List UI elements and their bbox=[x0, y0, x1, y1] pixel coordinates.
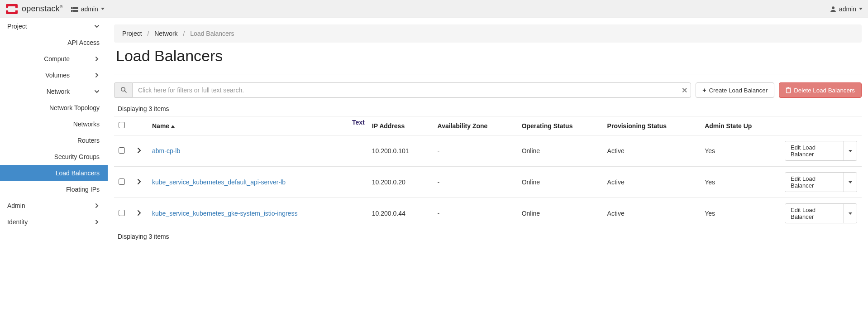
breadcrumb: Project / Network / Load Balancers bbox=[114, 24, 862, 43]
chevron-down-icon bbox=[93, 88, 100, 95]
lb-name-link[interactable]: kube_service_kubernetes_gke-system_istio… bbox=[152, 210, 297, 217]
header-actions bbox=[780, 116, 862, 135]
header-ip[interactable]: IP Address bbox=[367, 116, 433, 135]
cell-ip: 10.200.0.20 bbox=[367, 167, 433, 198]
header-expand bbox=[132, 116, 148, 135]
sidebar-admin[interactable]: Admin bbox=[0, 198, 108, 214]
svg-rect-12 bbox=[786, 88, 791, 89]
create-button-label: Create Load Balancer bbox=[709, 87, 768, 94]
caret-down-icon bbox=[859, 8, 863, 10]
edit-load-balancer-button[interactable]: Edit Load Balancer bbox=[785, 141, 844, 160]
display-count-top: Displaying 3 items bbox=[118, 105, 858, 112]
table-row: kube_service_kubernetes_gke-system_istio… bbox=[114, 198, 862, 229]
row-action-dropdown[interactable] bbox=[844, 204, 857, 223]
breadcrumb-sep: / bbox=[147, 30, 149, 37]
lb-name-link[interactable]: abm-cp-lb bbox=[152, 147, 180, 154]
row-action-dropdown[interactable] bbox=[844, 173, 857, 192]
cell-az: - bbox=[433, 135, 517, 167]
expand-row-icon[interactable] bbox=[137, 210, 143, 217]
cell-op-status: Online bbox=[517, 198, 603, 229]
sidebar: Project API Access Compute Volumes Netwo… bbox=[0, 18, 108, 250]
header-select-all bbox=[114, 116, 132, 135]
breadcrumb-network[interactable]: Network bbox=[154, 30, 177, 37]
content-area: Project / Network / Load Balancers Load … bbox=[108, 18, 868, 250]
cell-admin-state: Yes bbox=[700, 167, 780, 198]
breadcrumb-sep: / bbox=[183, 30, 185, 37]
sidebar-project[interactable]: Project bbox=[0, 18, 108, 34]
header-admin-state[interactable]: Admin State Up bbox=[700, 116, 780, 135]
delete-button-label: Delete Load Balancers bbox=[794, 87, 855, 94]
search-wrap: ✕ bbox=[114, 82, 691, 98]
page-title: Load Balancers bbox=[116, 47, 860, 65]
sidebar-admin-label: Admin bbox=[7, 202, 93, 209]
caret-down-icon bbox=[849, 150, 852, 152]
svg-rect-1 bbox=[8, 6, 15, 12]
header-prov-status[interactable]: Provisioning Status bbox=[603, 116, 701, 135]
select-all-checkbox[interactable] bbox=[119, 122, 125, 128]
header-az[interactable]: Availability Zone bbox=[433, 116, 517, 135]
breadcrumb-current: Load Balancers bbox=[190, 30, 234, 37]
sidebar-volumes[interactable]: Volumes bbox=[0, 67, 108, 83]
divider bbox=[114, 74, 862, 74]
caret-down-icon bbox=[101, 8, 105, 10]
chevron-right-icon bbox=[93, 218, 100, 226]
cell-prov-status: Active bbox=[603, 135, 701, 167]
trash-icon bbox=[786, 87, 791, 93]
sidebar-compute-label: Compute bbox=[7, 55, 93, 63]
sidebar-network[interactable]: Network bbox=[0, 83, 108, 100]
sidebar-network-label: Network bbox=[7, 88, 93, 95]
svg-rect-11 bbox=[787, 88, 791, 93]
row-action-split: Edit Load Balancer bbox=[785, 141, 857, 161]
brand-text: openstack® bbox=[22, 4, 63, 14]
svg-line-10 bbox=[124, 91, 126, 92]
sidebar-api-access[interactable]: API Access bbox=[0, 34, 108, 51]
sidebar-security-groups[interactable]: Security Groups bbox=[0, 149, 108, 165]
lb-name-link[interactable]: kube_service_kubernetes_default_api-serv… bbox=[152, 178, 286, 186]
sidebar-project-label: Project bbox=[7, 23, 93, 30]
project-selector[interactable]: admin bbox=[71, 5, 105, 13]
chevron-right-icon bbox=[93, 72, 100, 79]
cell-op-status: Online bbox=[517, 167, 603, 198]
expand-row-icon[interactable] bbox=[137, 178, 143, 186]
header-op-status[interactable]: Operating Status bbox=[517, 116, 603, 135]
header-name[interactable]: Name bbox=[148, 116, 367, 135]
expand-row-icon[interactable] bbox=[137, 147, 143, 154]
sidebar-compute[interactable]: Compute bbox=[0, 51, 108, 67]
cell-az: - bbox=[433, 198, 517, 229]
sort-asc-icon bbox=[171, 125, 175, 128]
sidebar-network-topology[interactable]: Network Topology bbox=[0, 100, 108, 116]
user-icon bbox=[830, 6, 836, 12]
sidebar-networks[interactable]: Networks bbox=[0, 116, 108, 132]
create-load-balancer-button[interactable]: + Create Load Balancer bbox=[696, 82, 774, 98]
chevron-right-icon bbox=[93, 202, 100, 209]
user-menu[interactable]: admin bbox=[830, 5, 863, 13]
row-checkbox[interactable] bbox=[119, 210, 125, 216]
svg-point-7 bbox=[72, 10, 73, 11]
sidebar-identity-label: Identity bbox=[7, 218, 93, 226]
brand-logo[interactable]: openstack® bbox=[5, 4, 63, 14]
svg-point-8 bbox=[832, 6, 835, 9]
sidebar-routers[interactable]: Routers bbox=[0, 132, 108, 149]
row-action-dropdown[interactable] bbox=[844, 141, 857, 160]
clear-icon[interactable]: ✕ bbox=[682, 86, 687, 95]
server-icon bbox=[71, 6, 78, 12]
cell-op-status: Online bbox=[517, 135, 603, 167]
breadcrumb-project[interactable]: Project bbox=[122, 30, 142, 37]
openstack-icon bbox=[5, 4, 18, 14]
topbar-left: openstack® admin bbox=[5, 4, 105, 14]
row-checkbox[interactable] bbox=[119, 147, 125, 154]
row-action-split: Edit Load Balancer bbox=[785, 172, 857, 192]
sidebar-load-balancers[interactable]: Load Balancers bbox=[0, 165, 108, 181]
delete-load-balancers-button[interactable]: Delete Load Balancers bbox=[779, 82, 862, 98]
display-count-bottom: Displaying 3 items bbox=[118, 233, 858, 240]
cell-prov-status: Active bbox=[603, 167, 701, 198]
edit-load-balancer-button[interactable]: Edit Load Balancer bbox=[785, 173, 844, 192]
sidebar-floating-ips[interactable]: Floating IPs bbox=[0, 181, 108, 198]
plus-icon: + bbox=[702, 87, 706, 93]
search-icon-box bbox=[114, 82, 132, 98]
search-input[interactable] bbox=[132, 82, 691, 98]
sidebar-identity[interactable]: Identity bbox=[0, 214, 108, 230]
row-checkbox[interactable] bbox=[119, 178, 125, 185]
table-row: abm-cp-lb10.200.0.101-OnlineActiveYesEdi… bbox=[114, 135, 862, 167]
edit-load-balancer-button[interactable]: Edit Load Balancer bbox=[785, 204, 844, 223]
